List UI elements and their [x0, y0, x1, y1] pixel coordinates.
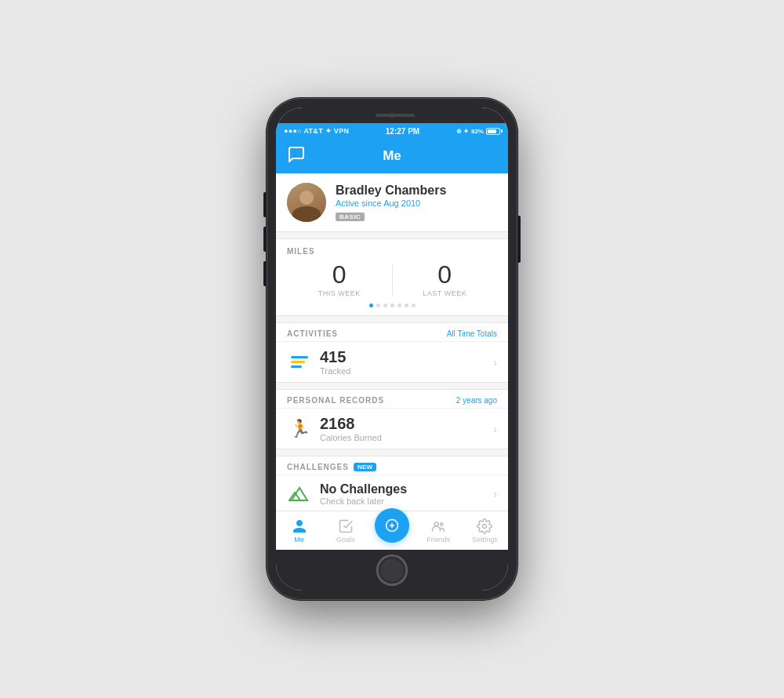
main-content[interactable]: Bradley Chambers Active since Aug 2010 B…: [276, 173, 508, 511]
nav-item-start[interactable]: Start: [368, 521, 415, 541]
battery-icon: [486, 128, 500, 135]
profile-since: Active since Aug 2010: [336, 198, 497, 208]
phone-screen: ●●●○ AT&T ✦ VPN 12:27 PM ⊕ ✦ 82% Me: [276, 107, 508, 591]
avatar: [287, 183, 326, 222]
activities-icon: [287, 350, 312, 375]
last-week-stat: 0 LAST WEEK: [393, 262, 498, 297]
dot-6: [405, 304, 408, 307]
personal-records-row[interactable]: 🏃 2168 Calories Burned ›: [276, 408, 508, 449]
miles-section: MILES 0 THIS WEEK 0 LAST WEEK: [276, 238, 508, 316]
svg-point-4: [441, 522, 443, 525]
battery-area: ⊕ ✦ 82%: [456, 128, 500, 135]
location-icon: ⊕ ✦: [456, 128, 469, 135]
miles-label: MILES: [287, 247, 497, 256]
activities-sub: Tracked: [320, 366, 493, 376]
this-week-stat: 0 THIS WEEK: [287, 262, 392, 297]
activities-value: 415: [320, 348, 493, 366]
header-title: Me: [383, 148, 401, 164]
activities-content: 415 Tracked: [320, 348, 493, 376]
personal-records-label: PERSONAL RECORDS: [287, 396, 384, 405]
home-button[interactable]: [377, 555, 407, 585]
goals-label: Goals: [336, 536, 355, 543]
nav-item-goals[interactable]: Goals: [322, 511, 368, 550]
home-button-area: [276, 550, 508, 591]
this-week-label: THIS WEEK: [287, 289, 392, 297]
activities-header: ACTIVITIES All Time Totals: [276, 323, 508, 341]
personal-records-right: 2 years ago: [456, 396, 497, 405]
start-button[interactable]: [375, 508, 409, 543]
time-text: 12:27 PM: [386, 127, 419, 136]
personal-records-content: 2168 Calories Burned: [320, 415, 493, 442]
activities-chevron: ›: [493, 356, 497, 369]
miles-stats: 0 THIS WEEK 0 LAST WEEK: [287, 262, 497, 297]
nav-item-friends[interactable]: Friends: [416, 511, 462, 550]
challenges-section: CHALLENGES NEW No Challenges Chec: [276, 456, 508, 511]
personal-records-header: PERSONAL RECORDS 2 years ago: [276, 390, 508, 408]
carrier-text: ●●●○ AT&T ✦ VPN: [284, 127, 349, 135]
activities-section: ACTIVITIES All Time Totals 415 Tracked: [276, 322, 508, 383]
friends-label: Friends: [426, 536, 450, 543]
profile-name: Bradley Chambers: [336, 184, 497, 198]
friends-icon: [430, 518, 446, 534]
profile-info: Bradley Chambers Active since Aug 2010 B…: [336, 184, 497, 222]
challenges-chevron: ›: [493, 488, 497, 500]
this-week-value: 0: [287, 262, 392, 287]
profile-section: Bradley Chambers Active since Aug 2010 B…: [276, 173, 508, 232]
personal-records-chevron: ›: [493, 423, 497, 435]
battery-pct: 82%: [471, 128, 484, 135]
speaker: [376, 114, 415, 117]
goals-icon: [338, 518, 354, 534]
dot-4: [390, 304, 394, 307]
dot-1: [369, 304, 373, 307]
personal-records-value: 2168: [320, 415, 493, 433]
dot-7: [412, 304, 416, 307]
app-header: Me: [276, 139, 508, 173]
profile-badge: BASIC: [336, 213, 365, 221]
svg-point-5: [483, 524, 487, 528]
new-badge: NEW: [354, 463, 377, 471]
dot-3: [383, 304, 387, 307]
status-bar: ●●●○ AT&T ✦ VPN 12:27 PM ⊕ ✦ 82%: [276, 123, 508, 139]
last-week-label: LAST WEEK: [393, 289, 498, 297]
phone-frame: ●●●○ AT&T ✦ VPN 12:27 PM ⊕ ✦ 82% Me: [267, 98, 517, 600]
personal-records-section: PERSONAL RECORDS 2 years ago 🏃 2168 Calo…: [276, 389, 508, 449]
nav-item-me[interactable]: Me: [276, 511, 322, 550]
challenges-sub: Check back later: [320, 496, 493, 506]
bottom-nav: Me Goals Start: [276, 511, 508, 550]
activities-label: ACTIVITIES: [287, 329, 338, 338]
dot-2: [376, 304, 380, 307]
activities-row[interactable]: 415 Tracked ›: [276, 341, 508, 382]
battery-fill: [488, 129, 496, 133]
personal-records-sub: Calories Burned: [320, 433, 493, 442]
me-icon: [292, 518, 307, 534]
dot-5: [397, 304, 401, 307]
last-week-value: 0: [393, 262, 498, 287]
nav-item-settings[interactable]: Settings: [462, 511, 508, 550]
challenges-header: CHALLENGES NEW: [276, 456, 508, 474]
me-label: Me: [294, 536, 304, 543]
mountain-icon: [287, 482, 312, 507]
challenges-content: No Challenges Check back later: [320, 482, 493, 506]
settings-icon: [477, 518, 492, 534]
chat-button[interactable]: [287, 145, 306, 167]
challenges-label: CHALLENGES: [287, 463, 349, 471]
page-dots: [287, 304, 497, 307]
running-icon: 🏃: [287, 416, 312, 442]
challenges-row[interactable]: No Challenges Check back later ›: [276, 474, 508, 511]
challenges-title: No Challenges: [320, 482, 493, 496]
camera: [390, 113, 394, 118]
start-icon: [385, 518, 399, 533]
phone-top-bar: [276, 107, 508, 123]
activities-right: All Time Totals: [447, 329, 497, 338]
settings-label: Settings: [472, 536, 498, 543]
